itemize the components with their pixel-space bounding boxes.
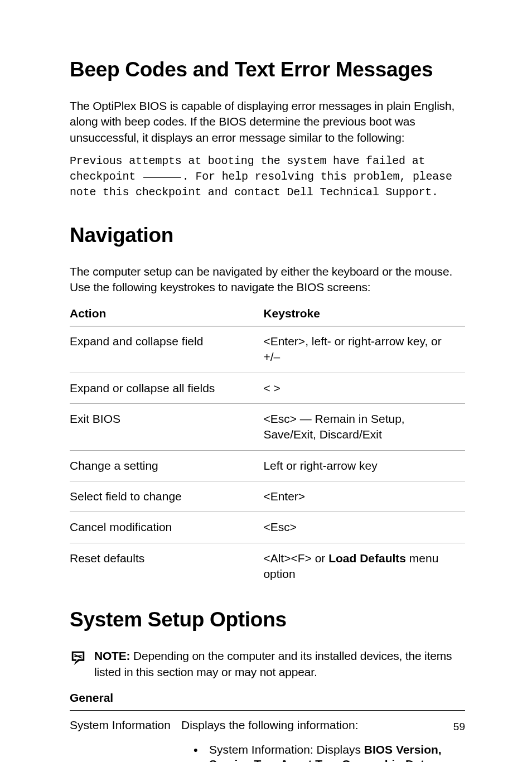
cell-keystroke: <Esc> — Remain in Setup, Save/Exit, Disc… [263,403,465,450]
general-row: System Information Displays the followin… [70,717,465,762]
cell-keystroke: <Enter> [263,481,465,512]
table-row: Change a setting Left or right-arrow key [70,450,465,481]
blank-field [143,177,181,178]
cell-action: Expand and collapse field [70,326,263,373]
cell-keystroke: Left or right-arrow key [263,450,465,481]
key-text: <Alt><F> or [263,552,328,565]
cell-action: Exit BIOS [70,403,263,450]
table-row: Select field to change <Enter> [70,481,465,512]
paragraph-intro-1: The OptiPlex BIOS is capable of displayi… [70,98,465,146]
bullet-list: System Information: Displays BIOS Versio… [181,742,465,762]
table-row: Exit BIOS <Esc> — Remain in Setup, Save/… [70,403,465,450]
note-text: NOTE: Depending on the computer and its … [94,648,465,680]
table-row: Expand and collapse field <Enter>, left-… [70,326,465,373]
list-item: System Information: Displays BIOS Versio… [194,742,465,762]
heading-navigation: Navigation [70,221,465,249]
cell-action: Cancel modification [70,512,263,543]
table-header-keystroke: Keystroke [263,303,465,326]
row-intro: Displays the following information: [181,718,358,731]
li-text: System Information: Displays [209,743,364,756]
row-body: Displays the following information: Syst… [181,717,465,762]
table-header-general: General [70,690,465,711]
note-icon [70,649,86,670]
cell-action: Select field to change [70,481,263,512]
table-row: Reset defaults <Alt><F> or Load Defaults… [70,543,465,589]
page-number: 59 [453,720,465,734]
cell-keystroke: <Alt><F> or Load Defaults menu option [263,543,465,589]
cell-keystroke: <Enter>, left- or right-arrow key, or +/… [263,326,465,373]
cell-action: Reset defaults [70,543,263,589]
key-bold: Load Defaults [328,552,406,565]
heading-beep-codes: Beep Codes and Text Error Messages [70,56,465,84]
cell-keystroke: < > [263,373,465,403]
paragraph-intro-2: The computer setup can be navigated by e… [70,264,465,296]
heading-system-setup-options: System Setup Options [70,606,465,634]
note-block: NOTE: Depending on the computer and its … [70,648,465,680]
document-page: Beep Codes and Text Error Messages The O… [0,0,532,762]
code-sample: Previous attempts at booting the system … [70,153,465,200]
table-row: Expand or collapse all fields < > [70,373,465,403]
note-label: NOTE: [94,649,130,662]
navigation-table: Action Keystroke Expand and collapse fie… [70,303,465,590]
cell-action: Change a setting [70,450,263,481]
cell-keystroke: <Esc> [263,512,465,543]
note-body: Depending on the computer and its instal… [94,649,452,678]
table-header-action: Action [70,303,263,326]
cell-action: Expand or collapse all fields [70,373,263,403]
table-row: Cancel modification <Esc> [70,512,465,543]
row-label-system-information: System Information [70,717,181,733]
